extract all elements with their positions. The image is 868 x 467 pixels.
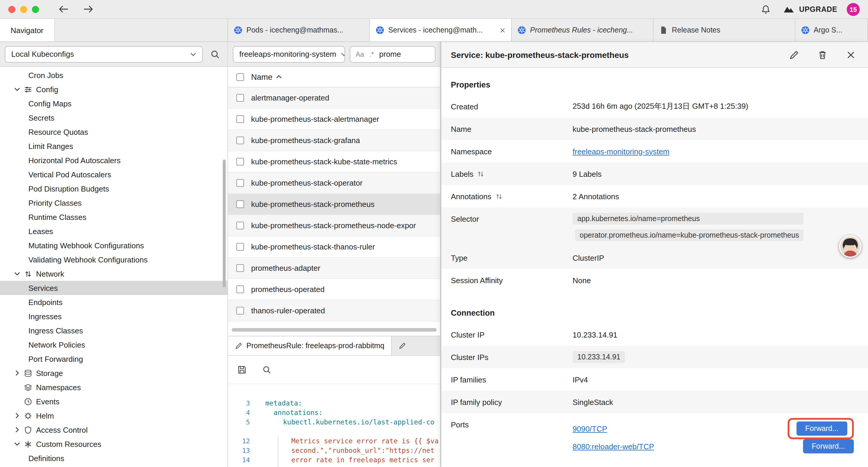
- upgrade-button[interactable]: UPGRADE: [783, 5, 837, 13]
- horizontal-scrollbar-thumb[interactable]: [231, 328, 437, 332]
- forward-button[interactable]: Forward...: [796, 421, 847, 436]
- kubeconfig-selector[interactable]: Local Kubeconfigs: [5, 46, 203, 62]
- table-row[interactable]: kube-prometheus-stack-prometheus-node-ex…: [228, 215, 440, 236]
- notifications-bell-button[interactable]: [758, 1, 774, 17]
- table-row[interactable]: kube-prometheus-stack-operator: [228, 173, 440, 194]
- sidebar-item-ingresses[interactable]: Ingresses: [0, 309, 227, 323]
- sidebar-item-ingress-classes[interactable]: Ingress Classes: [0, 323, 227, 338]
- close-window-button[interactable]: [8, 6, 16, 13]
- sidebar-scrollbar[interactable]: [223, 159, 226, 287]
- sidebar-item-services[interactable]: Services: [0, 281, 227, 295]
- filter-input[interactable]: Aa .* prome: [350, 46, 435, 62]
- row-checkbox[interactable]: [236, 222, 244, 229]
- sidebar-item-mutating-webhook-configurations[interactable]: Mutating Webhook Configurations: [0, 238, 227, 253]
- sidebar-item-definitions[interactable]: Definitions: [0, 451, 227, 465]
- chevron-down-icon[interactable]: [14, 87, 20, 91]
- sidebar-item-storage[interactable]: Storage: [0, 366, 227, 380]
- horizontal-scrollbar[interactable]: [228, 324, 440, 336]
- notification-count-badge[interactable]: 15: [847, 3, 860, 16]
- sidebar-item-events[interactable]: Events: [0, 394, 227, 408]
- table-row[interactable]: kube-prometheus-stack-prometheus: [228, 194, 440, 215]
- table-row[interactable]: kube-prometheus-stack-thanos-ruler: [228, 236, 440, 258]
- resource-tree: Cron JobsConfigConfig MapsSecretsResourc…: [0, 67, 227, 467]
- sidebar-item-runtime-classes[interactable]: Runtime Classes: [0, 210, 227, 224]
- back-button[interactable]: [56, 1, 71, 17]
- tab-pods-icecheng-mathmas[interactable]: Pods - icecheng@mathmas...: [228, 19, 370, 41]
- column-header-name[interactable]: Name: [251, 72, 282, 81]
- sidebar-item-config[interactable]: Config: [0, 82, 227, 96]
- sidebar-item-pod-disruption-budgets[interactable]: Pod Disruption Budgets: [0, 181, 227, 196]
- row-checkbox[interactable]: [236, 115, 244, 123]
- port-link[interactable]: 8080:reloader-web/TCP: [572, 442, 654, 451]
- tab-release-notes[interactable]: Release Notes: [653, 19, 795, 41]
- forward-nav-button[interactable]: [80, 1, 96, 17]
- save-button[interactable]: [234, 362, 249, 377]
- delete-button[interactable]: [815, 47, 830, 62]
- sidebar-item-custom-resources[interactable]: Custom Resources: [0, 437, 227, 451]
- sidebar-item-cron-jobs[interactable]: Cron Jobs: [0, 68, 227, 82]
- chevron-down-icon[interactable]: [14, 442, 20, 446]
- table-row[interactable]: thanos-ruler-operated: [228, 300, 440, 322]
- regex-toggle[interactable]: .*: [369, 51, 374, 58]
- sidebar-item-priority-classes[interactable]: Priority Classes: [0, 196, 227, 210]
- sidebar-item-endpoints[interactable]: Endpoints: [0, 295, 227, 309]
- sidebar-item-access-control[interactable]: Access Control: [0, 423, 227, 437]
- tab-prometheus-rules-icecheng[interactable]: Prometheus Rules - icecheng...: [512, 19, 653, 41]
- sidebar-item-horizontal-pod-autoscalers[interactable]: Horizontal Pod Autoscalers: [0, 153, 227, 167]
- tab-argo-s[interactable]: Argo S...: [795, 19, 868, 41]
- table-row[interactable]: kube-prometheus-stack-grafana: [228, 130, 440, 151]
- editor-tab-next[interactable]: [392, 337, 440, 355]
- table-row[interactable]: kube-prometheus-stack-kube-state-metrics: [228, 151, 440, 173]
- close-drawer-button[interactable]: [843, 47, 859, 62]
- sidebar-toolbar: Local Kubeconfigs: [0, 42, 227, 67]
- sidebar-item-vertical-pod-autoscalers[interactable]: Vertical Pod Autoscalers: [0, 167, 227, 181]
- row-checkbox[interactable]: [236, 286, 244, 293]
- zoom-window-button[interactable]: [32, 6, 39, 13]
- tab-close-icon[interactable]: [500, 28, 505, 33]
- chevron-right-icon[interactable]: [14, 413, 20, 418]
- editor-search-button[interactable]: [259, 362, 274, 377]
- row-checkbox[interactable]: [236, 307, 244, 315]
- row-checkbox[interactable]: [236, 137, 244, 144]
- labels-expander-icon[interactable]: [478, 171, 484, 177]
- chevron-right-icon[interactable]: [14, 370, 20, 376]
- table-row[interactable]: kube-prometheus-stack-alertmanager: [228, 109, 440, 130]
- chevron-down-icon[interactable]: [14, 272, 20, 275]
- sidebar-item-network-policies[interactable]: Network Policies: [0, 338, 227, 352]
- navigator-tab[interactable]: Navigator: [0, 19, 55, 41]
- yaml-editor[interactable]: 3metadata:4annotations:5kubectl.kubernet…: [228, 384, 440, 467]
- sidebar-item-port-forwarding[interactable]: Port Forwarding: [0, 352, 227, 366]
- chevron-right-icon[interactable]: [14, 427, 20, 433]
- port-link[interactable]: 9090/TCP: [572, 424, 607, 433]
- sidebar-item-network[interactable]: Network: [0, 267, 227, 281]
- namespace-selector[interactable]: freeleaps-monitoring-system: [233, 46, 345, 62]
- row-checkbox[interactable]: [236, 179, 244, 187]
- sidebar-item-limit-ranges[interactable]: Limit Ranges: [0, 139, 227, 153]
- table-row[interactable]: prometheus-operated: [228, 279, 440, 300]
- sidebar-item-leases[interactable]: Leases: [0, 224, 227, 238]
- row-checkbox[interactable]: [236, 264, 244, 272]
- table-row[interactable]: prometheus-adapter: [228, 258, 440, 279]
- row-checkbox[interactable]: [236, 158, 244, 166]
- row-checkbox[interactable]: [236, 243, 244, 251]
- select-all-checkbox[interactable]: [236, 73, 244, 81]
- row-checkbox[interactable]: [236, 94, 244, 102]
- editor-tab-prometheusrule[interactable]: PrometheusRule: freeleaps-prod-rabbitmq: [228, 337, 392, 355]
- tab-services-icecheng-math[interactable]: Services - icecheng@math...: [370, 19, 512, 41]
- assistant-avatar[interactable]: [839, 235, 862, 258]
- sidebar-search-button[interactable]: [208, 47, 223, 62]
- sidebar-item-config-maps[interactable]: Config Maps: [0, 96, 227, 111]
- annotations-expander-icon[interactable]: [495, 193, 502, 200]
- sidebar-item-validating-webhook-configurations[interactable]: Validating Webhook Configurations: [0, 253, 227, 267]
- match-case-toggle[interactable]: Aa: [356, 51, 364, 58]
- sidebar-item-namespaces[interactable]: Namespaces: [0, 380, 227, 394]
- forward-button[interactable]: Forward...: [803, 439, 854, 454]
- table-row[interactable]: alertmanager-operated: [228, 87, 440, 109]
- row-checkbox[interactable]: [236, 200, 244, 208]
- minimize-window-button[interactable]: [20, 6, 27, 13]
- sidebar-item-resource-quotas[interactable]: Resource Quotas: [0, 125, 227, 139]
- sidebar-item-secrets[interactable]: Secrets: [0, 111, 227, 125]
- sidebar-item-helm[interactable]: Helm: [0, 408, 227, 423]
- edit-button[interactable]: [786, 47, 802, 62]
- namespace-link[interactable]: freeleaps-monitoring-system: [572, 147, 670, 156]
